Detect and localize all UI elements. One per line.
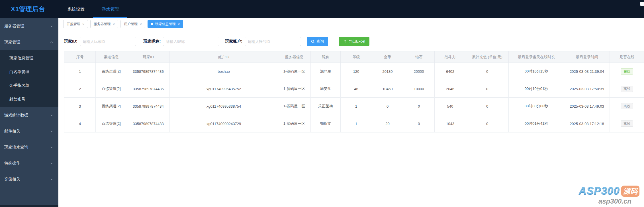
chevron-down-icon bbox=[50, 130, 53, 133]
table-cell: 1 bbox=[341, 115, 372, 132]
table-cell: 1-源码屋一区 bbox=[278, 80, 311, 98]
table-cell: boshao bbox=[170, 63, 278, 80]
top-nav-item-game[interactable]: 游戏管理 bbox=[93, 0, 127, 18]
table-cell: 源码屋 bbox=[311, 63, 341, 80]
sidebar-submenu: 玩家信息管理白名单管理金手指名单封禁账号 bbox=[0, 50, 58, 107]
tab-1[interactable]: 服务器管理× bbox=[90, 20, 118, 28]
status-badge: 离线 bbox=[621, 103, 633, 109]
table-cell: 0 bbox=[466, 98, 509, 115]
sidebar-item[interactable]: 服务器管理 bbox=[0, 18, 58, 34]
table-header-row: 序号渠道信息玩家ID账户ID服务器信息昵称等级金币钻石战斗力累计充值 (单位:元… bbox=[64, 51, 644, 63]
table-cell: 2 bbox=[64, 80, 96, 98]
table-cell: 1-源码屋一区 bbox=[278, 115, 311, 132]
table-row: 4百练渠道[2]335879897874433xg011740990243729… bbox=[64, 115, 644, 132]
table-cell: 1 bbox=[64, 63, 96, 80]
sidebar-subitem[interactable]: 白名单管理 bbox=[0, 65, 58, 79]
table-cell: 百练渠道[2] bbox=[96, 115, 127, 132]
table-cell: 10000 bbox=[403, 80, 435, 98]
export-excel-button[interactable]: 导出Excel bbox=[339, 37, 369, 46]
table-cell: 335879897874433 bbox=[127, 115, 170, 132]
sidebar-item-label: 邮件相关 bbox=[4, 129, 20, 134]
table-cell: 庞笑蓝 bbox=[311, 80, 341, 98]
watermark-brand: ASP300 bbox=[578, 185, 620, 197]
tab-close-icon[interactable]: × bbox=[113, 22, 115, 26]
table-cell: 6402 bbox=[435, 63, 466, 80]
table-cell: 335879897874436 bbox=[127, 63, 170, 80]
sidebar-item-label: 充值相关 bbox=[4, 177, 20, 182]
topbar: X1管理后台 系统设置 游戏管理 bbox=[0, 0, 644, 18]
status-badge: 离线 bbox=[621, 86, 633, 92]
table-cell: 335879897874434 bbox=[127, 98, 170, 115]
table-cell: 00时00分08秒 bbox=[509, 98, 564, 115]
sidebar-item-label: 特殊操作 bbox=[4, 161, 20, 166]
status-badge: 离线 bbox=[621, 120, 633, 127]
table-cell: 335879897874435 bbox=[127, 80, 170, 98]
player-table-wrap: 序号渠道信息玩家ID账户ID服务器信息昵称等级金币钻石战斗力累计充值 (单位:元… bbox=[64, 51, 644, 132]
column-header: 账户ID bbox=[170, 51, 278, 63]
sidebar-item[interactable]: 特殊操作 bbox=[0, 155, 58, 171]
table-cell: 10460 bbox=[372, 80, 403, 98]
table-cell: xg011740995338754 bbox=[170, 98, 278, 115]
table-cell: 2046 bbox=[435, 80, 466, 98]
table-cell: 0 bbox=[372, 98, 403, 115]
upload-icon bbox=[343, 40, 347, 43]
online-status-cell: 在线 bbox=[610, 63, 644, 80]
sidebar-item[interactable]: 邮件相关 bbox=[0, 123, 58, 139]
nickname-input[interactable] bbox=[163, 37, 219, 46]
chevron-down-icon bbox=[50, 162, 53, 165]
tab-0[interactable]: 开服管理× bbox=[63, 20, 88, 28]
sidebar-item-label: 玩家管理 bbox=[4, 40, 20, 45]
column-header: 渠道信息 bbox=[96, 51, 127, 63]
tab-close-icon[interactable]: × bbox=[178, 22, 180, 26]
filter-player-id: 玩家ID: bbox=[64, 37, 136, 46]
sidebar-subitem[interactable]: 玩家信息管理 bbox=[0, 51, 58, 65]
sidebar-item[interactable]: 游戏统计数据 bbox=[0, 107, 58, 123]
top-nav-item-system[interactable]: 系统设置 bbox=[59, 0, 93, 18]
table-cell: 20000 bbox=[403, 63, 435, 80]
sidebar-item[interactable]: 充值相关 bbox=[0, 171, 58, 187]
table-cell: xg011740995435752 bbox=[170, 80, 278, 98]
player-id-input[interactable] bbox=[80, 37, 136, 46]
tab-label: 玩家信息管理 bbox=[155, 22, 176, 27]
account-label: 玩家账户: bbox=[225, 39, 242, 44]
online-status-cell: 离线 bbox=[610, 80, 644, 98]
sidebar-item[interactable]: 玩家管理 bbox=[0, 34, 58, 50]
tab-label: 开服管理 bbox=[67, 22, 80, 27]
table-cell: 4 bbox=[64, 115, 96, 132]
sidebar-subitem[interactable]: 金手指名单 bbox=[0, 79, 58, 93]
chevron-down-icon bbox=[50, 114, 53, 117]
table-cell: 2025-03-03 17:12:18 bbox=[564, 115, 610, 132]
app-logo: X1管理后台 bbox=[11, 5, 45, 13]
top-nav-label: 系统设置 bbox=[68, 7, 85, 12]
filter-bar: 玩家ID: 玩家昵称: 玩家账户: 查询 导出Excel bbox=[58, 30, 644, 46]
table-row: 1百练渠道[2]335879897874436boshao1-源码屋一区源码屋1… bbox=[64, 63, 644, 80]
player-id-label: 玩家ID: bbox=[64, 39, 77, 44]
tab-bar: 开服管理×服务器管理×用户管理×玩家信息管理× bbox=[58, 18, 644, 30]
nickname-label: 玩家昵称: bbox=[144, 39, 161, 44]
search-icon bbox=[311, 40, 315, 43]
column-header: 钻石 bbox=[403, 51, 435, 63]
online-status-cell: 离线 bbox=[610, 115, 644, 132]
table-cell: 00时10分01秒 bbox=[509, 80, 564, 98]
column-header: 金币 bbox=[372, 51, 403, 63]
column-header: 玩家ID bbox=[127, 51, 170, 63]
account-input[interactable] bbox=[245, 37, 301, 46]
sidebar-item[interactable]: 玩家流水查询 bbox=[0, 139, 58, 155]
sidebar-item-label: 游戏统计数据 bbox=[4, 113, 28, 118]
table-cell: 1-源码屋一区 bbox=[278, 98, 311, 115]
chevron-down-icon bbox=[50, 25, 53, 28]
search-button-label: 查询 bbox=[316, 39, 324, 44]
tab-close-icon[interactable]: × bbox=[82, 22, 85, 26]
tab-close-icon[interactable]: × bbox=[140, 22, 142, 26]
chevron-up-icon bbox=[50, 41, 53, 44]
column-header: 最后登录当天在线时长 bbox=[509, 51, 564, 63]
search-button[interactable]: 查询 bbox=[307, 37, 328, 46]
online-status-cell: 离线 bbox=[610, 98, 644, 115]
column-header: 服务器信息 bbox=[278, 51, 311, 63]
tab-active[interactable]: 玩家信息管理× bbox=[148, 20, 183, 28]
tab-2[interactable]: 用户管理× bbox=[120, 20, 145, 28]
table-body: 1百练渠道[2]335879897874436boshao1-源码屋一区源码屋1… bbox=[64, 63, 644, 132]
menu-icon[interactable] bbox=[640, 2, 644, 6]
table-row: 2百练渠道[2]335879897874435xg011740995435752… bbox=[64, 80, 644, 98]
sidebar-subitem[interactable]: 封禁账号 bbox=[0, 93, 58, 106]
